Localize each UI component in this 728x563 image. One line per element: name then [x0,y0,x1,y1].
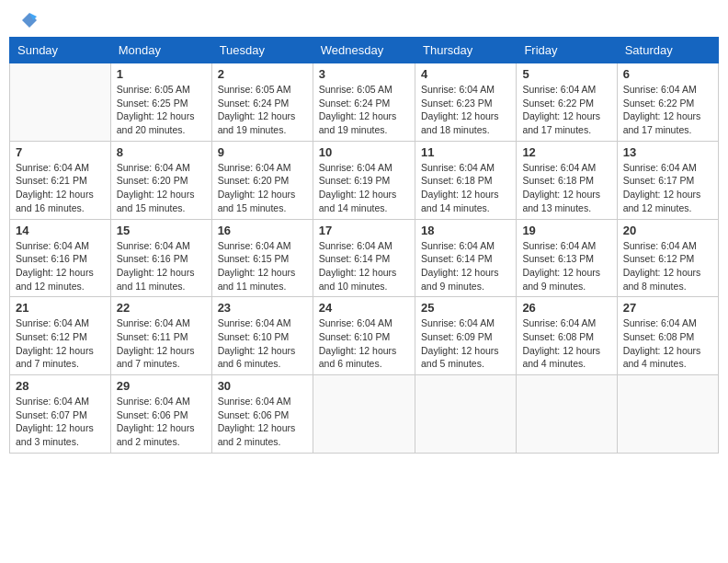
day-number: 12 [522,145,610,159]
day-info: Sunrise: 6:04 AM Sunset: 6:06 PM Dayligh… [117,395,206,449]
calendar-cell: 27Sunrise: 6:04 AM Sunset: 6:08 PM Dayli… [617,297,718,375]
day-number: 13 [623,145,712,159]
day-header-sunday: Sunday [10,38,111,63]
week-row-5: 28Sunrise: 6:04 AM Sunset: 6:07 PM Dayli… [10,375,719,454]
calendar-cell: 5Sunrise: 6:04 AM Sunset: 6:22 PM Daylig… [517,63,617,142]
day-number: 5 [522,67,610,81]
day-number: 24 [319,301,409,315]
day-info: Sunrise: 6:04 AM Sunset: 6:08 PM Dayligh… [623,316,712,371]
day-info: Sunrise: 6:05 AM Sunset: 6:24 PM Dayligh… [218,83,307,137]
day-number: 2 [218,67,307,81]
calendar-cell [10,63,111,142]
calendar-cell: 19Sunrise: 6:04 AM Sunset: 6:13 PM Dayli… [517,219,617,297]
week-row-3: 14Sunrise: 6:04 AM Sunset: 6:16 PM Dayli… [10,219,719,297]
day-info: Sunrise: 6:04 AM Sunset: 6:22 PM Dayligh… [522,83,610,137]
week-row-2: 7Sunrise: 6:04 AM Sunset: 6:21 PM Daylig… [10,141,719,219]
day-header-saturday: Saturday [617,38,718,63]
day-number: 26 [522,301,610,315]
day-header-tuesday: Tuesday [211,38,313,63]
day-number: 23 [218,301,307,315]
calendar-cell: 13Sunrise: 6:04 AM Sunset: 6:17 PM Dayli… [617,141,718,219]
day-number: 8 [117,145,206,159]
day-number: 19 [522,224,610,237]
logo [18,18,39,29]
day-info: Sunrise: 6:04 AM Sunset: 6:08 PM Dayligh… [522,316,610,371]
calendar-cell [313,375,415,454]
day-number: 21 [16,301,105,315]
week-row-4: 21Sunrise: 6:04 AM Sunset: 6:12 PM Dayli… [10,297,719,375]
day-info: Sunrise: 6:04 AM Sunset: 6:17 PM Dayligh… [623,161,712,215]
day-number: 22 [117,301,206,315]
day-info: Sunrise: 6:04 AM Sunset: 6:15 PM Dayligh… [218,239,307,293]
day-number: 14 [16,224,105,237]
calendar-cell: 11Sunrise: 6:04 AM Sunset: 6:18 PM Dayli… [415,141,516,219]
day-info: Sunrise: 6:04 AM Sunset: 6:20 PM Dayligh… [117,161,206,215]
day-info: Sunrise: 6:04 AM Sunset: 6:20 PM Dayligh… [218,161,307,215]
calendar-cell: 3Sunrise: 6:05 AM Sunset: 6:24 PM Daylig… [313,63,415,142]
day-info: Sunrise: 6:05 AM Sunset: 6:25 PM Dayligh… [117,83,206,137]
day-info: Sunrise: 6:04 AM Sunset: 6:16 PM Dayligh… [16,239,105,293]
calendar-cell: 17Sunrise: 6:04 AM Sunset: 6:14 PM Dayli… [313,219,415,297]
day-info: Sunrise: 6:04 AM Sunset: 6:23 PM Dayligh… [421,83,510,137]
calendar-cell: 12Sunrise: 6:04 AM Sunset: 6:18 PM Dayli… [517,141,617,219]
page-header [9,9,719,29]
day-header-friday: Friday [517,38,617,63]
day-info: Sunrise: 6:04 AM Sunset: 6:13 PM Dayligh… [522,239,610,293]
day-header-thursday: Thursday [415,38,516,63]
calendar-cell: 1Sunrise: 6:05 AM Sunset: 6:25 PM Daylig… [110,63,211,142]
day-number: 15 [117,224,206,237]
day-info: Sunrise: 6:04 AM Sunset: 6:14 PM Dayligh… [319,239,409,293]
day-number: 6 [623,67,712,81]
day-info: Sunrise: 6:05 AM Sunset: 6:24 PM Dayligh… [319,83,409,137]
calendar-cell: 15Sunrise: 6:04 AM Sunset: 6:16 PM Dayli… [110,219,211,297]
day-header-row: SundayMondayTuesdayWednesdayThursdayFrid… [10,38,719,63]
day-number: 9 [218,145,307,159]
day-info: Sunrise: 6:04 AM Sunset: 6:16 PM Dayligh… [117,239,206,293]
day-number: 11 [421,145,510,159]
day-number: 10 [319,145,409,159]
calendar-cell: 30Sunrise: 6:04 AM Sunset: 6:06 PM Dayli… [211,375,313,454]
calendar-cell: 28Sunrise: 6:04 AM Sunset: 6:07 PM Dayli… [10,375,111,454]
calendar-cell [617,375,718,454]
day-info: Sunrise: 6:04 AM Sunset: 6:07 PM Dayligh… [16,395,105,449]
day-info: Sunrise: 6:04 AM Sunset: 6:19 PM Dayligh… [319,161,409,215]
day-info: Sunrise: 6:04 AM Sunset: 6:12 PM Dayligh… [16,316,105,371]
day-header-wednesday: Wednesday [313,38,415,63]
logo-icon [20,11,39,33]
day-info: Sunrise: 6:04 AM Sunset: 6:09 PM Dayligh… [421,316,510,371]
day-info: Sunrise: 6:04 AM Sunset: 6:18 PM Dayligh… [522,161,610,215]
calendar-cell: 16Sunrise: 6:04 AM Sunset: 6:15 PM Dayli… [211,219,313,297]
calendar-cell: 4Sunrise: 6:04 AM Sunset: 6:23 PM Daylig… [415,63,516,142]
day-info: Sunrise: 6:04 AM Sunset: 6:21 PM Dayligh… [16,161,105,215]
calendar-cell: 7Sunrise: 6:04 AM Sunset: 6:21 PM Daylig… [10,141,111,219]
day-number: 1 [117,67,206,81]
calendar-cell: 9Sunrise: 6:04 AM Sunset: 6:20 PM Daylig… [211,141,313,219]
calendar-cell: 20Sunrise: 6:04 AM Sunset: 6:12 PM Dayli… [617,219,718,297]
calendar-cell: 24Sunrise: 6:04 AM Sunset: 6:10 PM Dayli… [313,297,415,375]
day-info: Sunrise: 6:04 AM Sunset: 6:14 PM Dayligh… [421,239,510,293]
calendar-cell [517,375,617,454]
day-number: 16 [218,224,307,237]
calendar-cell: 8Sunrise: 6:04 AM Sunset: 6:20 PM Daylig… [110,141,211,219]
calendar-cell: 22Sunrise: 6:04 AM Sunset: 6:11 PM Dayli… [110,297,211,375]
day-number: 20 [623,224,712,237]
day-info: Sunrise: 6:04 AM Sunset: 6:06 PM Dayligh… [218,395,307,449]
calendar-cell: 25Sunrise: 6:04 AM Sunset: 6:09 PM Dayli… [415,297,516,375]
day-number: 28 [16,379,105,393]
day-info: Sunrise: 6:04 AM Sunset: 6:10 PM Dayligh… [218,316,307,371]
day-number: 17 [319,224,409,237]
calendar-table: SundayMondayTuesdayWednesdayThursdayFrid… [9,37,719,454]
day-info: Sunrise: 6:04 AM Sunset: 6:22 PM Dayligh… [623,83,712,137]
calendar-cell: 23Sunrise: 6:04 AM Sunset: 6:10 PM Dayli… [211,297,313,375]
day-header-monday: Monday [110,38,211,63]
day-info: Sunrise: 6:04 AM Sunset: 6:18 PM Dayligh… [421,161,510,215]
day-info: Sunrise: 6:04 AM Sunset: 6:10 PM Dayligh… [319,316,409,371]
calendar-cell: 14Sunrise: 6:04 AM Sunset: 6:16 PM Dayli… [10,219,111,297]
day-info: Sunrise: 6:04 AM Sunset: 6:12 PM Dayligh… [623,239,712,293]
day-info: Sunrise: 6:04 AM Sunset: 6:11 PM Dayligh… [117,316,206,371]
day-number: 18 [421,224,510,237]
day-number: 25 [421,301,510,315]
calendar-cell: 26Sunrise: 6:04 AM Sunset: 6:08 PM Dayli… [517,297,617,375]
week-row-1: 1Sunrise: 6:05 AM Sunset: 6:25 PM Daylig… [10,63,719,142]
day-number: 29 [117,379,206,393]
